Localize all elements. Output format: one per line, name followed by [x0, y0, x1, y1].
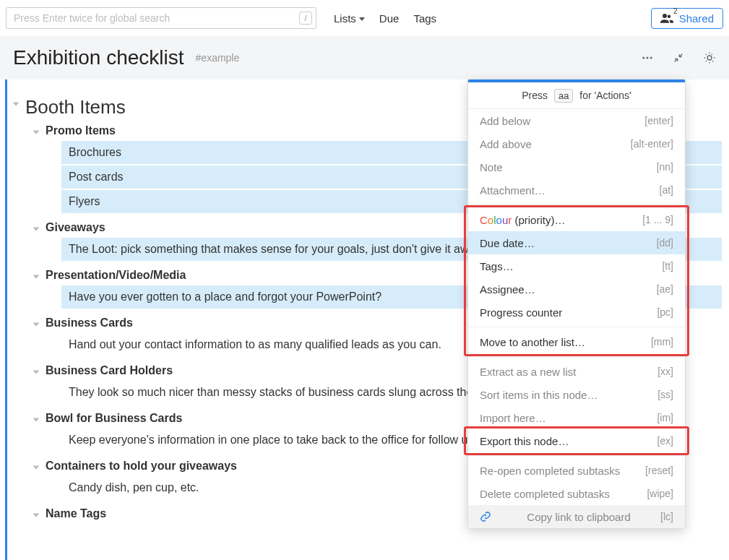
panel-item-label: Re-open completed subtasks — [480, 465, 620, 477]
panel-item-label: Sort items in this node… — [480, 389, 598, 401]
panel-item-shortcut: [ex] — [657, 435, 673, 447]
panel-item-label: Tags… — [480, 260, 514, 272]
divider — [468, 455, 685, 456]
topbar: / Lists Due Tags 2 Shared — [0, 0, 729, 36]
svg-point-0 — [642, 57, 644, 59]
section-title[interactable]: Business Cards — [46, 316, 133, 329]
panel-item-label: Assignee… — [480, 283, 535, 296]
panel-hint-post: for 'Actions' — [579, 90, 631, 101]
chevron-down-icon — [359, 17, 365, 21]
content: Booth Items Promo ItemsBrochuresPost car… — [0, 79, 729, 560]
panel-item-shortcut: [ss] — [657, 389, 673, 400]
section-title[interactable]: Giveaways — [46, 221, 105, 234]
panel-item[interactable]: Add below[enter] — [468, 109, 685, 132]
divider — [468, 327, 685, 327]
section-title[interactable]: Name Tags — [46, 507, 106, 520]
users-icon: 2 — [660, 13, 673, 23]
panel-item[interactable]: Assignee…[ae] — [468, 277, 685, 301]
link-icon — [480, 511, 491, 522]
nav-tags[interactable]: Tags — [413, 12, 436, 25]
left-gutter — [5, 79, 11, 560]
slash-shortcut: / — [299, 12, 312, 25]
chevron-down-icon[interactable] — [31, 415, 41, 425]
shared-button[interactable]: 2 Shared — [651, 8, 723, 29]
panel-item[interactable]: Tags…[tt] — [468, 254, 685, 277]
tag-pill[interactable]: #example — [196, 52, 240, 64]
actions-panel: Press aa for 'Actions' Add below[enter]A… — [467, 79, 686, 529]
panel-item-shortcut: [pc] — [657, 306, 673, 318]
section-title[interactable]: Promo Items — [46, 124, 116, 137]
panel-item-shortcut: [1 ... 9] — [642, 214, 673, 225]
chevron-down-icon[interactable] — [31, 127, 41, 137]
panel-item-shortcut: [ae] — [657, 283, 673, 295]
panel-item-shortcut: [im] — [657, 412, 673, 423]
root-title[interactable]: Booth Items — [25, 96, 126, 119]
nav-due[interactable]: Due — [379, 12, 400, 25]
panel-hint-kbd: aa — [554, 89, 573, 103]
panel-item-shortcut: [at] — [660, 184, 673, 196]
panel-item-label: Extract as a new list — [480, 366, 576, 378]
chevron-down-icon[interactable] — [31, 367, 41, 377]
panel-item-shortcut: [enter] — [644, 115, 673, 126]
search-input[interactable] — [6, 7, 316, 29]
title-actions — [641, 51, 716, 64]
panel-item-shortcut: [nn] — [657, 161, 673, 173]
panel-item-label: Attachment… — [480, 184, 545, 197]
panel-item[interactable]: Copy link to clipboard[lc] — [468, 505, 685, 528]
panel-item[interactable]: Sort items in this node…[ss] — [468, 383, 685, 406]
chevron-down-icon[interactable] — [31, 319, 41, 329]
chevron-down-icon[interactable] — [31, 272, 41, 282]
titlebar: Exhibition checklist #example — [0, 36, 729, 79]
panel-item-shortcut: [tt] — [662, 260, 673, 272]
collapse-icon[interactable] — [673, 52, 684, 64]
section-title[interactable]: Containers to hold your giveaways — [46, 460, 237, 473]
panel-item[interactable]: Add above[alt-enter] — [468, 132, 685, 155]
panel-item-label: Colour (priority)… — [480, 214, 565, 226]
search-box: / — [6, 7, 316, 29]
section-title[interactable]: Bowl for Business Cards — [46, 412, 182, 425]
divider — [468, 204, 685, 205]
panel-item[interactable]: Colour (priority)…[1 ... 9] — [468, 208, 685, 231]
panel-item[interactable]: Delete completed subtasks[wipe] — [468, 482, 685, 505]
chevron-down-icon[interactable] — [31, 462, 41, 473]
panel-item[interactable]: Attachment…[at] — [468, 178, 685, 202]
panel-item-label: Add below — [480, 115, 530, 127]
nav-lists[interactable]: Lists — [334, 12, 365, 25]
panel-item[interactable]: Progress counter[pc] — [468, 301, 685, 324]
panel-header: Press aa for 'Actions' — [468, 82, 685, 109]
panel-item-label: Delete completed subtasks — [480, 488, 610, 500]
panel-item-label: Add above — [480, 138, 532, 150]
panel-item-shortcut: [reset] — [645, 465, 673, 476]
gear-icon[interactable] — [703, 51, 716, 64]
chevron-down-icon[interactable] — [31, 224, 41, 234]
panel-item-label: Due date… — [480, 237, 535, 249]
panel-item[interactable]: Extract as a new list[xx] — [468, 360, 685, 383]
section-title[interactable]: Presentation/Video/Media — [46, 269, 186, 282]
panel-items: Add below[enter]Add above[alt-enter]Note… — [468, 109, 685, 528]
panel-item-label: Export this node… — [480, 435, 569, 447]
divider — [468, 356, 685, 357]
nav: Lists Due Tags — [334, 12, 436, 25]
chevron-down-icon[interactable] — [31, 510, 41, 520]
panel-item[interactable]: Export this node…[ex] — [468, 429, 685, 452]
chevron-down-icon[interactable] — [11, 99, 21, 109]
panel-item[interactable]: Note[nn] — [468, 155, 685, 178]
panel-item[interactable]: Import here…[im] — [468, 406, 685, 429]
panel-item[interactable]: Move to another list…[mm] — [468, 330, 685, 353]
panel-item-label: Import here… — [480, 412, 546, 424]
panel-item-label: Progress counter — [480, 306, 562, 319]
panel-item-shortcut: [dd] — [657, 237, 673, 249]
panel-item-shortcut: [xx] — [657, 366, 673, 377]
panel-item[interactable]: Due date…[dd] — [468, 231, 685, 254]
more-icon[interactable] — [641, 51, 654, 64]
nav-lists-label: Lists — [334, 12, 356, 25]
section-title[interactable]: Business Card Holders — [46, 364, 173, 377]
panel-item-shortcut: [mm] — [651, 336, 673, 348]
panel-item-shortcut: [alt-enter] — [631, 138, 673, 150]
panel-item-label: Copy link to clipboard — [527, 511, 630, 523]
shared-label: Shared — [679, 12, 714, 25]
panel-item[interactable]: Re-open completed subtasks[reset] — [468, 459, 685, 482]
svg-point-2 — [650, 57, 652, 59]
panel-hint-pre: Press — [522, 90, 548, 101]
panel-item-label: Note — [480, 161, 503, 173]
